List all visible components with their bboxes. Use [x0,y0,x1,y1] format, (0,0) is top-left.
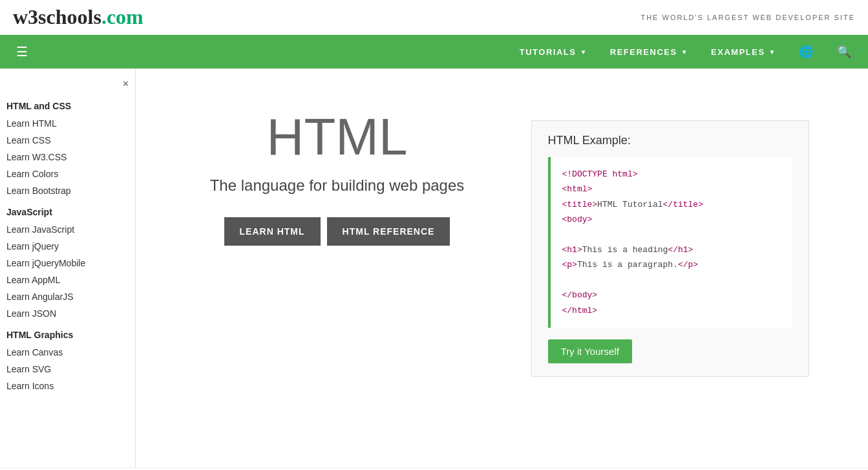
bottom-banner: w3schools offline version free Download … [0,467,868,470]
nav-references[interactable]: REFERENCES ▼ [600,35,698,69]
sidebar-item-learn-json[interactable]: Learn JSON [0,305,135,322]
code-line-6b: This is a paragraph. [577,260,678,270]
sidebar-item-learn-w3css[interactable]: Learn W3.CSS [0,149,135,166]
sidebar-section-html-css: HTML and CSS [0,93,135,115]
sidebar-item-learn-html[interactable]: Learn HTML [0,115,135,132]
code-line-4: <body> [562,215,593,224]
hero-subtitle: The language for building web pages [210,176,465,195]
try-it-yourself-button[interactable]: Try it Yourself [548,339,632,363]
sidebar-item-learn-colors[interactable]: Learn Colors [0,166,135,182]
content-area: HTML The language for building web pages… [136,69,868,467]
logo-com: .com [101,5,143,29]
example-box: HTML Example: <!DOCTYPE html> <html> <ti… [531,120,809,377]
sidebar-item-learn-angularjs[interactable]: Learn AngularJS [0,288,135,305]
code-line-5a: <h1> [562,245,582,255]
logo-area[interactable]: w3schools.com [13,5,143,29]
nav-globe[interactable]: 🌐 [789,35,824,69]
top-bar: w3schools.com THE WORLD'S LARGEST WEB DE… [0,0,868,35]
code-line-7: </body> [562,290,598,300]
sidebar-item-learn-bootstrap[interactable]: Learn Bootstrap [0,182,135,199]
hero-buttons: LEARN HTML HTML REFERENCE [224,217,450,246]
sidebar-close-button[interactable]: × [123,78,129,90]
code-line-5b: This is a heading [582,245,668,255]
sidebar-item-learn-canvas[interactable]: Learn Canvas [0,344,135,361]
examples-arrow-icon: ▼ [769,48,776,56]
code-line-6a: <p> [562,260,577,270]
nav-search[interactable]: 🔍 [827,35,862,69]
tagline: THE WORLD'S LARGEST WEB DEVELOPER SITE [640,14,855,21]
sidebar: × HTML and CSS Learn HTML Learn CSS Lear… [0,69,136,467]
references-arrow-icon: ▼ [681,48,688,56]
sidebar-section-html-graphics: HTML Graphics [0,322,135,344]
middle-row: HTML The language for building web pages… [149,94,855,390]
sidebar-item-learn-jquerymobile[interactable]: Learn jQueryMobile [0,255,135,272]
sidebar-item-learn-javascript[interactable]: Learn JavaScript [0,221,135,238]
hero-title: HTML [267,107,408,167]
hero-section: HTML The language for building web pages… [182,94,492,390]
sidebar-item-learn-css[interactable]: Learn CSS [0,132,135,149]
sidebar-item-learn-svg[interactable]: Learn SVG [0,361,135,378]
sidebar-item-learn-jquery[interactable]: Learn jQuery [0,238,135,255]
logo-schools: schools [38,5,101,29]
main-layout: × HTML and CSS Learn HTML Learn CSS Lear… [0,69,868,467]
html-reference-button[interactable]: HTML REFERENCE [327,217,450,246]
sidebar-section-javascript: JavaScript [0,199,135,221]
nav-links: TUTORIALS ▼ REFERENCES ▼ EXAMPLES ▼ 🌐 🔍 [510,35,862,69]
hamburger-icon[interactable]: ☰ [6,37,37,66]
sidebar-item-learn-icons[interactable]: Learn Icons [0,378,135,394]
logo-w3: w3 [13,5,38,29]
code-line-6c: </p> [678,260,698,270]
nav-examples[interactable]: EXAMPLES ▼ [701,35,786,69]
code-line-5c: </h1> [668,245,693,255]
sidebar-item-learn-appml[interactable]: Learn AppML [0,272,135,288]
code-line-3a: <title> [562,200,598,209]
code-line-3c: </title> [663,200,703,209]
tutorials-arrow-icon: ▼ [580,48,587,56]
example-title: HTML Example: [548,134,792,147]
code-line-8: </html> [562,306,598,315]
nav-bar: ☰ TUTORIALS ▼ REFERENCES ▼ EXAMPLES ▼ 🌐 … [0,35,868,69]
code-box: <!DOCTYPE html> <html> <title>HTML Tutor… [548,157,792,328]
right-panel: HTML Example: <!DOCTYPE html> <html> <ti… [492,94,822,390]
nav-tutorials[interactable]: TUTORIALS ▼ [510,35,597,69]
search-icon: 🔍 [837,45,852,59]
globe-icon: 🌐 [799,45,814,59]
learn-html-button[interactable]: LEARN HTML [224,217,321,246]
code-line-3b: HTML Tutorial [597,200,662,209]
code-line-2: <html> [562,184,593,194]
code-line-1: <!DOCTYPE html> [562,169,638,179]
